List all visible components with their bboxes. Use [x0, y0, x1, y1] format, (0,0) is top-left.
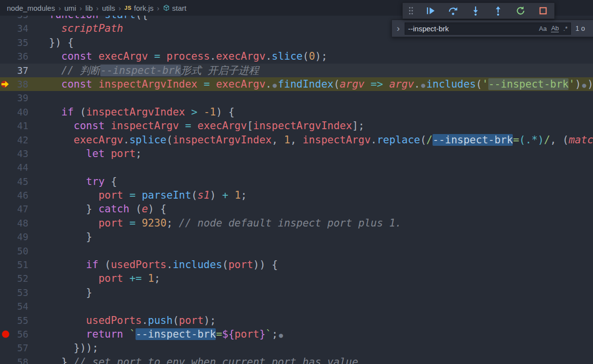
match-case-toggle[interactable]: Aa	[539, 25, 547, 32]
find-match-highlight: --inspect-brk	[488, 78, 569, 90]
breadcrumb-item-fork-js[interactable]: fork.js	[134, 4, 154, 12]
code-line-36[interactable]: 36 const execArgv = process.execArgv.sli…	[0, 49, 593, 63]
code-line-50[interactable]: 50	[0, 244, 593, 258]
code-line-49[interactable]: 49 }	[0, 230, 593, 244]
line-number[interactable]: 44	[0, 160, 28, 174]
code-line-35[interactable]: 35}) {	[0, 36, 593, 49]
breadcrumb-item-utils[interactable]: utils	[102, 4, 115, 12]
step-over-button[interactable]	[447, 4, 459, 17]
debug-current-line-icon	[1, 80, 9, 89]
code-area: 33function start({34 scriptPath35}) {36 …	[0, 16, 593, 364]
code-line-44[interactable]: 44	[0, 160, 593, 174]
line-number[interactable]: 34	[0, 22, 28, 35]
find-match-highlight: --inspect-brk	[100, 65, 181, 76]
line-number[interactable]: 40	[0, 105, 28, 119]
line-number[interactable]: 43	[0, 147, 28, 160]
code-line-41[interactable]: 41 const inspectArgv = execArgv[inspectA…	[0, 119, 593, 133]
find-query-text[interactable]: --inspect-brk	[408, 24, 539, 33]
selection-match-highlight: --inspect-brk	[136, 328, 216, 340]
find-input[interactable]: --inspect-brk Aa Ab .*	[405, 23, 571, 35]
restart-button[interactable]	[514, 4, 527, 17]
line-number[interactable]: 49	[0, 230, 28, 244]
code-line-53[interactable]: 53 }	[0, 286, 593, 299]
line-number[interactable]: 45	[0, 175, 28, 188]
code-line-43[interactable]: 43 let port;	[0, 147, 593, 160]
breadcrumb-item-umi[interactable]: umi	[64, 4, 76, 12]
line-number[interactable]: 37	[0, 64, 28, 77]
breadcrumb-separator-icon: ›	[118, 4, 121, 12]
code-line-40[interactable]: 40 if (inspectArgvIndex > -1) {	[0, 105, 593, 119]
line-number[interactable]: 47	[0, 202, 28, 216]
toggle-replace-button[interactable]: ›	[394, 20, 403, 37]
line-number[interactable]: 51	[0, 258, 28, 272]
code-line-51[interactable]: 51 if (usedPorts.includes(port)) {	[0, 258, 593, 272]
line-number[interactable]: 46	[0, 188, 28, 202]
breadcrumb-item-start[interactable]: start	[172, 4, 186, 12]
find-widget: › --inspect-brk Aa Ab .* 1 o	[391, 20, 593, 37]
line-number[interactable]: 42	[0, 133, 28, 147]
code-line-56[interactable]: 56 return `--inspect-brk=${port}`;●	[0, 327, 593, 341]
selection-match-highlight: --inspect-brk	[433, 134, 513, 146]
editor[interactable]: 33function start({34 scriptPath35}) {36 …	[0, 16, 593, 364]
line-number[interactable]: 48	[0, 216, 28, 230]
breadcrumb-separator-icon: ›	[58, 4, 61, 12]
code-line-39[interactable]: 39	[0, 91, 593, 105]
line-number[interactable]: 36	[0, 49, 28, 63]
line-number[interactable]: 52	[0, 272, 28, 285]
breakpoint-icon[interactable]	[2, 331, 9, 338]
line-number[interactable]: 53	[0, 286, 28, 299]
breadcrumb-item-lib[interactable]: lib	[86, 4, 93, 12]
find-toggles: Aa Ab .*	[539, 24, 568, 32]
continue-button[interactable]	[424, 4, 437, 17]
drag-handle[interactable]	[408, 4, 414, 17]
line-number[interactable]: 33	[0, 16, 28, 22]
line-number[interactable]: 58	[0, 355, 28, 364]
line-number[interactable]: 41	[0, 119, 28, 133]
line-number[interactable]: 54	[0, 299, 28, 313]
code-line-38[interactable]: 38 const inspectArgvIndex = execArgv.●fi…	[0, 77, 593, 91]
inline-breakpoint-dot[interactable]: ●	[420, 78, 427, 92]
inline-breakpoint-dot[interactable]: ●	[278, 328, 284, 342]
code-line-55[interactable]: 55 usedPorts.push(port);	[0, 314, 593, 327]
regex-toggle[interactable]: .*	[563, 25, 568, 32]
whole-word-toggle[interactable]: Ab	[551, 24, 559, 32]
line-number[interactable]: 39	[0, 91, 28, 105]
breadcrumb-separator-icon: ›	[80, 4, 82, 12]
js-file-icon: JS	[124, 5, 131, 11]
line-number[interactable]: 57	[0, 341, 28, 355]
line-number[interactable]: 50	[0, 244, 28, 258]
step-into-button[interactable]	[469, 4, 482, 17]
breadcrumb-separator-icon: ›	[96, 4, 99, 12]
symbol-cube-icon	[163, 4, 170, 11]
inline-breakpoint-dot[interactable]: ●	[272, 78, 278, 92]
code-line-45[interactable]: 45 try {	[0, 175, 593, 188]
debug-toolbar	[402, 2, 555, 19]
breadcrumb-item-node-modules[interactable]: node_modules	[7, 4, 55, 12]
breadcrumb-separator-icon: ›	[157, 4, 160, 12]
code-line-58[interactable]: 58 } // set port to env when current por…	[0, 355, 593, 364]
inline-breakpoint-dot[interactable]: ●	[581, 78, 588, 92]
code-line-46[interactable]: 46 port = parseInt(s1) + 1;	[0, 188, 593, 202]
code-line-54[interactable]: 54	[0, 299, 593, 313]
stop-button[interactable]	[537, 4, 549, 17]
code-line-37[interactable]: 37 // 判断--inspect-brk形式 开启子进程	[0, 64, 593, 77]
find-results-count: 1 o	[575, 24, 585, 32]
code-line-48[interactable]: 48 port = 9230; // node default inspect …	[0, 216, 593, 230]
code-line-52[interactable]: 52 port += 1;	[0, 272, 593, 285]
step-out-button[interactable]	[492, 4, 504, 17]
line-number[interactable]: 35	[0, 36, 28, 49]
code-line-47[interactable]: 47 } catch (e) {	[0, 202, 593, 216]
code-line-42[interactable]: 42 execArgv.splice(inspectArgvIndex, 1, …	[0, 133, 593, 147]
line-number[interactable]: 55	[0, 314, 28, 327]
code-line-57[interactable]: 57 }));	[0, 341, 593, 355]
